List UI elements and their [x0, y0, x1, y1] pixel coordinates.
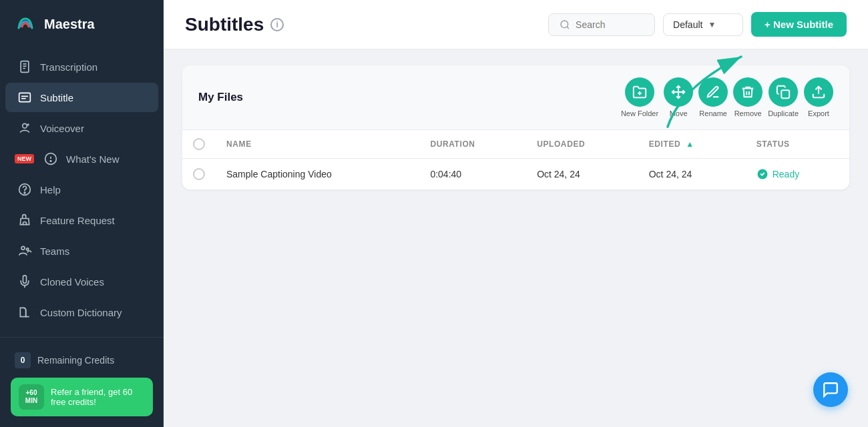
svg-point-16	[27, 248, 29, 250]
sidebar-item-label: Subtitle	[40, 92, 73, 103]
export-icon-circle	[804, 77, 833, 107]
rename-icon	[706, 85, 720, 99]
duplicate-button[interactable]: Duplicate	[768, 77, 799, 117]
credits-label: Remaining Credits	[37, 355, 114, 366]
col-duration: DURATION	[419, 130, 526, 159]
teams-icon	[17, 244, 32, 258]
rename-icon-circle	[698, 77, 728, 107]
col-checkbox	[182, 130, 216, 159]
sidebar-footer: 0 Remaining Credits +60MIN Refer a frien…	[0, 337, 164, 427]
export-icon	[811, 85, 826, 99]
table-row[interactable]: Sample Captioning Video 0:04:40 Oct 24, …	[182, 159, 849, 190]
row-checkbox[interactable]	[193, 168, 205, 180]
sidebar-item-label: Voiceover	[40, 123, 84, 134]
toolbar-icons: New Folder Move	[621, 77, 833, 117]
subtitle-icon	[17, 90, 32, 105]
export-label: Export	[808, 109, 829, 117]
col-uploaded: UPLOADED	[526, 130, 638, 159]
move-icon-circle	[664, 77, 693, 107]
new-subtitle-button[interactable]: + New Subtitle	[751, 12, 847, 37]
select-all-checkbox[interactable]	[193, 138, 205, 150]
new-badge: NEW	[15, 154, 34, 163]
move-label: Move	[670, 109, 688, 117]
files-panel-title: My Files	[198, 91, 243, 104]
sidebar-item-label: Teams	[40, 246, 69, 257]
duplicate-icon-circle	[769, 77, 798, 107]
chat-button[interactable]	[813, 372, 848, 407]
svg-point-14	[24, 192, 25, 193]
svg-point-20	[561, 21, 568, 28]
sidebar-item-label: Custom Dictionary	[40, 307, 122, 318]
page-header: Subtitles i Default ▼ + New Subtitle	[164, 0, 868, 49]
check-circle-icon	[756, 168, 769, 180]
remove-icon	[740, 85, 755, 99]
remove-icon-circle	[733, 77, 763, 107]
remaining-credits[interactable]: 0 Remaining Credits	[5, 346, 158, 375]
move-button[interactable]: Move	[664, 77, 693, 117]
maestra-logo-icon	[13, 12, 37, 36]
whats-new-icon	[43, 151, 58, 166]
svg-point-8	[23, 123, 27, 128]
referral-text: Refer a friend, get 60 free credits!	[51, 387, 145, 407]
search-box[interactable]	[548, 13, 655, 36]
file-uploaded: Oct 24, 24	[526, 159, 638, 190]
col-name: NAME	[216, 130, 419, 159]
info-icon[interactable]: i	[270, 18, 284, 31]
svg-rect-5	[19, 93, 31, 101]
referral-banner[interactable]: +60MIN Refer a friend, get 60 free credi…	[11, 378, 153, 416]
search-input[interactable]	[576, 19, 644, 30]
sort-arrow-icon: ▲	[686, 139, 694, 149]
sidebar-item-voiceover[interactable]: Voiceover	[5, 113, 158, 143]
new-subtitle-label: + New Subtitle	[765, 19, 833, 30]
duplicate-label: Duplicate	[768, 109, 799, 117]
files-panel: My Files New Folder	[182, 65, 849, 189]
new-folder-button[interactable]: New Folder	[621, 77, 658, 117]
sidebar-item-teams[interactable]: Teams	[5, 236, 158, 266]
main-content: Subtitles i Default ▼ + New Subtitle	[164, 0, 868, 427]
feature-request-icon	[17, 213, 32, 228]
new-folder-icon-circle	[625, 77, 654, 107]
remove-button[interactable]: Remove	[733, 77, 763, 117]
chevron-down-icon: ▼	[708, 20, 716, 29]
export-button[interactable]: Export	[804, 77, 833, 117]
sidebar-item-cloned-voices[interactable]: Cloned Voices	[5, 267, 158, 296]
header-controls: Default ▼ + New Subtitle	[548, 12, 847, 37]
sidebar-item-label: What's New	[66, 153, 120, 165]
folder-plus-icon	[632, 85, 647, 99]
svg-rect-27	[781, 90, 789, 98]
svg-point-15	[21, 246, 25, 250]
col-edited[interactable]: EDITED ▲	[638, 130, 746, 159]
file-table: NAME DURATION UPLOADED EDITED ▲ STATUS	[182, 130, 849, 189]
credits-count: 0	[15, 352, 31, 368]
svg-line-21	[567, 27, 569, 29]
sidebar-item-help[interactable]: Help	[5, 175, 158, 204]
dropdown-value: Default	[673, 19, 702, 30]
duplicate-icon	[776, 85, 791, 99]
page-title: Subtitles	[185, 14, 264, 35]
col-status: STATUS	[746, 130, 849, 159]
help-icon	[17, 182, 32, 197]
sidebar-item-feature-request[interactable]: Feature Request	[5, 205, 158, 235]
page-title-area: Subtitles i	[185, 14, 284, 35]
cloned-voices-icon	[17, 274, 32, 289]
brand-name: Maestra	[44, 17, 95, 32]
rename-label: Rename	[699, 109, 727, 117]
file-duration: 0:04:40	[419, 159, 526, 190]
sidebar-item-label: Transcription	[40, 61, 97, 73]
referral-icon: +60MIN	[19, 384, 44, 410]
sidebar-item-account[interactable]: Account	[5, 328, 158, 337]
sidebar-navigation: Transcription Subtitle Voiceover NEW	[0, 48, 164, 337]
sidebar-item-transcription[interactable]: Transcription	[5, 52, 158, 81]
folder-dropdown[interactable]: Default ▼	[663, 13, 743, 36]
rename-button[interactable]: Rename	[698, 77, 728, 117]
row-checkbox-cell[interactable]	[182, 159, 216, 190]
sidebar-item-custom-dictionary[interactable]: Custom Dictionary	[5, 298, 158, 327]
file-edited: Oct 24, 24	[638, 159, 746, 190]
sidebar-item-whats-new[interactable]: NEW What's New	[5, 144, 158, 173]
sidebar-item-subtitle[interactable]: Subtitle	[5, 83, 158, 112]
content-area: My Files New Folder	[164, 49, 868, 427]
document-icon	[17, 59, 32, 74]
sidebar-logo[interactable]: Maestra	[0, 0, 164, 48]
sidebar-item-label: Help	[40, 184, 61, 195]
sidebar: Maestra Transcription Subtitle	[0, 0, 164, 427]
